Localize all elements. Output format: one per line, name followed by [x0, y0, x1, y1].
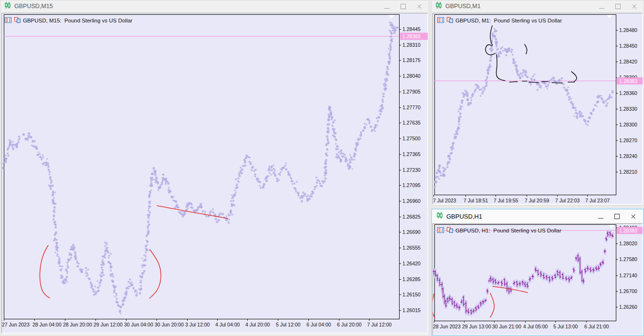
pen-annotation-curly-squiggle[interactable]: [486, 26, 495, 55]
price-dot: [53, 216, 55, 218]
price-dot: [471, 94, 474, 97]
titlebar[interactable]: GBPUSD,H1: [432, 210, 643, 223]
plot-frame: [435, 15, 616, 195]
price-dot: [67, 264, 69, 266]
price-dot: [85, 267, 87, 269]
price-dot: [568, 99, 570, 101]
close-icon: [631, 214, 636, 219]
price-dot: [289, 174, 291, 176]
price-dot: [389, 44, 391, 46]
price-bars: [433, 231, 613, 315]
price-dot: [126, 290, 127, 292]
pen-annotation-dash-1[interactable]: [509, 82, 517, 82]
price-dot: [362, 129, 364, 132]
price-dot: [254, 173, 256, 175]
pen-annotation-dash-3[interactable]: [529, 82, 538, 83]
price-dot: [340, 152, 342, 155]
price-dot: [371, 129, 373, 131]
price-dot: [327, 138, 329, 140]
price-dot: [151, 179, 153, 181]
price-dot: [177, 206, 179, 208]
price-dot: [237, 177, 239, 179]
price-dot: [86, 272, 88, 274]
price-dot: [147, 230, 149, 232]
chart-area[interactable]: 1.284451.283101.281751.280401.279051.277…: [1, 13, 428, 333]
price-dot: [76, 261, 78, 262]
price-dot: [148, 215, 149, 216]
x-axis-label: 4 Jul 20:00: [245, 322, 270, 327]
price-dot: [458, 108, 460, 110]
chart-canvas-m15[interactable]: 1.284451.283101.281751.280401.279051.277…: [1, 13, 428, 333]
price-dot: [278, 173, 280, 175]
price-dot: [587, 124, 589, 126]
price-dot: [2, 163, 4, 165]
price-dot: [530, 84, 532, 86]
pen-annotation-small-arc[interactable]: [525, 44, 527, 54]
price-dot: [333, 131, 335, 133]
y-axis-label: 1.28445: [402, 26, 421, 32]
chart-canvas-h1[interactable]: 1.284601.280201.275801.271401.267001.262…: [433, 223, 643, 335]
maximize-button[interactable]: [610, 0, 626, 12]
price-dot: [344, 154, 346, 156]
pen-annotation-right-arc[interactable]: [571, 72, 577, 82]
price-dot: [274, 169, 276, 171]
y-axis-label: 1.28420: [619, 59, 637, 64]
pen-annotation-right-parenthesis[interactable]: [149, 250, 161, 298]
price-dot: [489, 63, 491, 65]
price-dot: [54, 234, 56, 236]
price-dot: [519, 76, 521, 79]
chart-legend-text: GBPUSD, H1: Pound Sterling vs US Dollar: [455, 228, 561, 233]
pen-annotation-left-parenthesis[interactable]: [40, 245, 50, 298]
price-dot: [12, 148, 15, 150]
candlestick-chart-icon: [4, 1, 11, 11]
x-axis-label: 7 Jul 23:07: [585, 198, 610, 203]
minimize-button[interactable]: [592, 210, 609, 223]
price-dot: [140, 285, 142, 287]
price-dot: [327, 128, 329, 130]
price-dot: [285, 168, 287, 171]
chart-canvas-m1[interactable]: 1.284801.284501.284201.283901.283601.283…: [433, 13, 643, 204]
price-dot: [120, 306, 122, 308]
price-dot: [382, 101, 384, 103]
minimize-button[interactable]: [593, 0, 610, 12]
price-dot: [100, 279, 102, 281]
chart-area[interactable]: 1.284601.280201.275801.271401.267001.262…: [433, 223, 643, 335]
price-dot: [62, 277, 63, 279]
price-dot: [512, 54, 514, 56]
titlebar[interactable]: GBPUSD,M1: [431, 0, 644, 12]
price-dot: [27, 135, 29, 136]
pen-annotation-squiggle-stem[interactable]: [496, 54, 505, 81]
price-dot: [72, 249, 74, 251]
maximize-button[interactable]: [395, 0, 411, 12]
chart-area[interactable]: 1.284801.284501.284201.283901.283601.283…: [433, 13, 643, 204]
close-button[interactable]: [626, 0, 642, 12]
price-dot: [490, 59, 492, 62]
price-dot: [461, 102, 463, 104]
titlebar[interactable]: GBPUSD,M15: [0, 0, 429, 12]
price-dot: [148, 218, 150, 220]
price-dot: [54, 191, 56, 193]
price-dot: [148, 220, 149, 222]
price-dot: [461, 100, 463, 102]
close-button[interactable]: [625, 210, 641, 223]
price-dot: [5, 155, 7, 157]
price-dot: [364, 126, 366, 128]
close-button[interactable]: [411, 0, 427, 12]
x-axis-label: 4 Jul 04:00: [215, 322, 240, 327]
pen-annotation-right-parenthesis[interactable]: [490, 293, 494, 317]
price-dot: [364, 123, 366, 125]
y-axis-label: 1.28020: [619, 241, 637, 246]
price-dot: [56, 246, 58, 249]
price-dot: [110, 275, 112, 277]
pen-annotation-dash-5[interactable]: [552, 83, 562, 83]
price-dot: [148, 210, 149, 211]
price-dot: [146, 244, 148, 246]
price-dot: [456, 128, 458, 130]
minimize-button[interactable]: [379, 0, 395, 12]
price-dot: [185, 206, 188, 208]
price-dot: [54, 252, 56, 253]
price-dot: [49, 178, 52, 180]
bid-price-label: 1.28383: [402, 33, 421, 39]
maximize-button[interactable]: [609, 210, 625, 223]
price-dot: [119, 311, 121, 313]
